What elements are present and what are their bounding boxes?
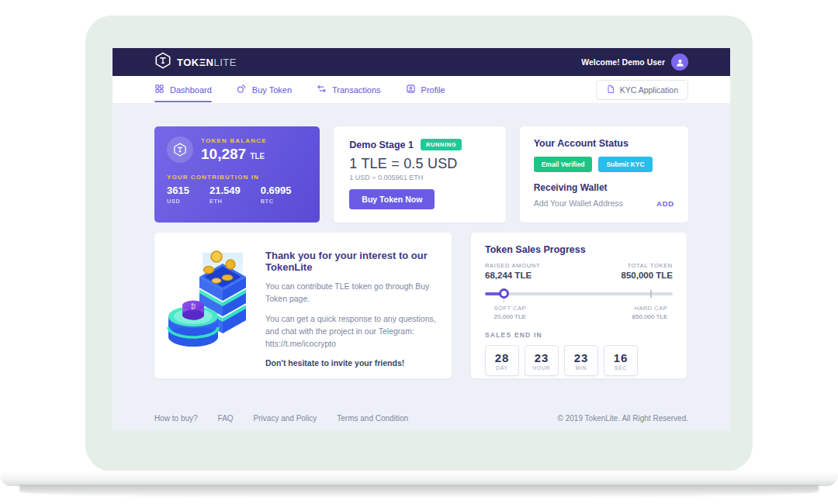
footer-link-privacy[interactable]: Privacy and Policy bbox=[254, 414, 317, 423]
buy-token-now-button[interactable]: Buy Token Now bbox=[349, 189, 435, 209]
email-verified-badge[interactable]: Email Verified bbox=[534, 157, 593, 172]
contribution-label: YOUR CONTRIBUTION IN bbox=[167, 174, 307, 181]
nav-tab-transactions[interactable]: Transactions bbox=[317, 76, 381, 104]
tokenlite-logo-icon bbox=[154, 52, 171, 72]
nav-tab-buy-token[interactable]: Buy Token bbox=[237, 76, 292, 104]
dashboard-grid-icon bbox=[154, 84, 164, 95]
app-screen: TOKΞNLITE Welcome! Demo User Dashboard bbox=[113, 48, 730, 431]
countdown-days: 28 DAY bbox=[485, 345, 519, 376]
laptop-shadow bbox=[19, 485, 819, 498]
balance-amount: 10,287 TLE bbox=[201, 146, 267, 163]
nav-label: Buy Token bbox=[252, 85, 292, 95]
countdown-timer: 28 DAY 23 HOUR 23 MIN 16 bbox=[485, 345, 673, 376]
nav-label: Dashboard bbox=[170, 85, 212, 95]
total-token-stat: TOTAL TOKEN 850,000 TLE bbox=[622, 262, 673, 280]
stage-title: Demo Stage 1 bbox=[349, 140, 414, 150]
user-avatar-icon[interactable] bbox=[671, 54, 688, 71]
footer-link-faq[interactable]: FAQ bbox=[218, 414, 234, 423]
coins-icon bbox=[237, 84, 247, 95]
nav-items: Dashboard Buy Token Transactions bbox=[154, 76, 445, 104]
welcome-text: Welcome! Demo User bbox=[581, 57, 665, 67]
brand-logo[interactable]: TOKΞNLITE bbox=[154, 52, 237, 72]
sales-end-label: SALES END IN bbox=[485, 331, 673, 339]
account-status-title: Your Account Status bbox=[534, 138, 674, 149]
nav-tab-profile[interactable]: Profile bbox=[406, 76, 445, 104]
slider-track bbox=[485, 292, 673, 295]
running-status-badge: RUNNING bbox=[421, 139, 462, 150]
top-header: TOKΞNLITE Welcome! Demo User bbox=[113, 48, 730, 76]
sales-progress-slider bbox=[485, 286, 673, 306]
hard-cap-label-group: HARD CAP 850,000 TLE bbox=[632, 305, 668, 320]
token-stage-card: Demo Stage 1 RUNNING 1 TLE = 0.5 USD 1 U… bbox=[334, 126, 505, 223]
token-sales-progress-card: Token Sales Progress RAISED AMOUNT 68,24… bbox=[471, 233, 687, 378]
countdown-minutes: 23 MIN bbox=[564, 345, 598, 376]
balance-label: TOKEN BALANCE bbox=[201, 137, 267, 144]
thanks-title: Thank you for your interest to our Token… bbox=[265, 250, 436, 273]
user-menu[interactable]: Welcome! Demo User bbox=[581, 54, 688, 71]
thanks-paragraph-2: You can get a quick response to any ques… bbox=[265, 312, 436, 350]
contribution-usd: 3615 USD bbox=[167, 185, 189, 205]
soft-cap-label-group: SOFT CAP 20,000 TLE bbox=[494, 305, 526, 320]
receiving-wallet-title: Receiving Wallet bbox=[534, 182, 674, 193]
kyc-file-icon bbox=[606, 85, 615, 95]
submit-kyc-badge[interactable]: Submit KYC bbox=[598, 157, 652, 172]
token-logo-icon bbox=[167, 136, 193, 163]
contribution-eth: 21.549 ETH bbox=[210, 185, 241, 205]
footer-link-terms[interactable]: Terms and Condition bbox=[337, 414, 408, 423]
welcome-message-card: ₿ Thank you for your interest to our Tok… bbox=[154, 233, 452, 378]
token-balance-card: TOKEN BALANCE 10,287 TLE YOUR CONTRIBUTI… bbox=[154, 126, 320, 223]
dashboard-content: TOKEN BALANCE 10,287 TLE YOUR CONTRIBUTI… bbox=[113, 104, 730, 431]
footer: How to buy? FAQ Privacy and Policy Terms… bbox=[154, 414, 688, 423]
countdown-hours: 23 HOUR bbox=[525, 345, 559, 376]
nav-label: Profile bbox=[421, 85, 445, 95]
thanks-paragraph-3: Don't hesitate to invite your friends! bbox=[265, 357, 436, 369]
token-sub-rate: 1 USD = 0.005961 ETH bbox=[349, 174, 490, 181]
brand-name: TOKΞNLITE bbox=[177, 57, 237, 68]
hard-cap-tick bbox=[650, 290, 652, 298]
raised-amount-stat: RAISED AMOUNT 68,244 TLE bbox=[485, 262, 540, 280]
copyright-text: © 2019 TokenLite. All Right Reserved. bbox=[558, 414, 688, 423]
laptop-base bbox=[0, 471, 838, 486]
account-status-card: Your Account Status Email Verified Submi… bbox=[520, 126, 688, 223]
swap-arrows-icon bbox=[317, 84, 327, 95]
page: TOKΞNLITE Welcome! Demo User Dashboard bbox=[0, 0, 838, 504]
svg-text:₿: ₿ bbox=[191, 302, 196, 310]
nav-tab-dashboard[interactable]: Dashboard bbox=[154, 76, 212, 104]
main-nav: Dashboard Buy Token Transactions bbox=[113, 76, 730, 104]
contribution-btc: 0.6995 BTC bbox=[261, 185, 292, 205]
countdown-seconds: 16 SEC bbox=[604, 345, 638, 376]
footer-link-how-to-buy[interactable]: How to buy? bbox=[154, 414, 198, 423]
kyc-button-label: KYC Application bbox=[620, 85, 678, 95]
kyc-application-button[interactable]: KYC Application bbox=[596, 80, 688, 100]
profile-card-icon bbox=[406, 84, 416, 95]
wallet-address-placeholder: Add Your Wallet Address bbox=[534, 198, 623, 208]
add-wallet-link[interactable]: ADD bbox=[656, 199, 674, 208]
thanks-paragraph-1: You can contribute TLE token go through … bbox=[265, 280, 436, 306]
progress-title: Token Sales Progress bbox=[485, 244, 673, 255]
token-rate: 1 TLE = 0.5 USD bbox=[349, 156, 490, 172]
progress-handle[interactable] bbox=[499, 288, 509, 299]
nav-label: Transactions bbox=[332, 85, 381, 95]
coins-illustration: ₿ bbox=[162, 247, 259, 358]
